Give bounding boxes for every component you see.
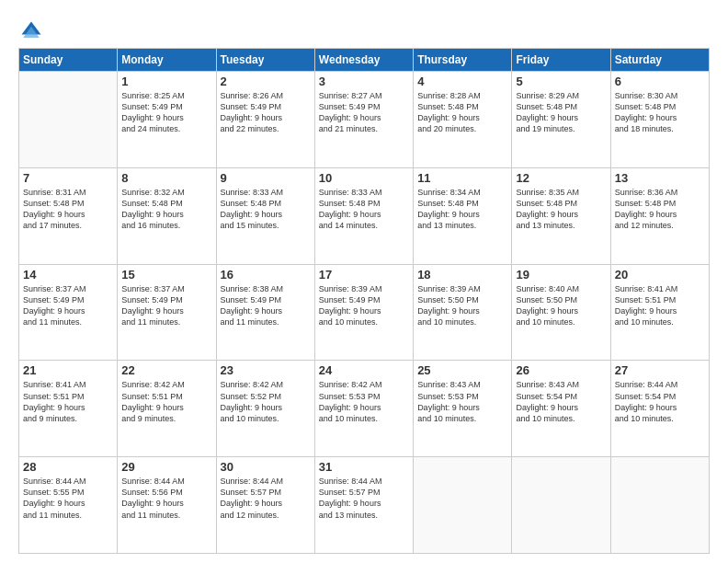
- calendar-cell: 27Sunrise: 8:44 AM Sunset: 5:54 PM Dayli…: [610, 361, 709, 457]
- day-number: 16: [221, 268, 311, 282]
- calendar-cell: 2Sunrise: 8:26 AM Sunset: 5:49 PM Daylig…: [216, 72, 314, 168]
- day-info: Sunrise: 8:43 AM Sunset: 5:54 PM Dayligh…: [516, 379, 606, 424]
- day-info: Sunrise: 8:26 AM Sunset: 5:49 PM Dayligh…: [221, 90, 311, 135]
- calendar-cell: [610, 457, 709, 554]
- day-info: Sunrise: 8:38 AM Sunset: 5:49 PM Dayligh…: [221, 283, 311, 328]
- day-info: Sunrise: 8:39 AM Sunset: 5:49 PM Dayligh…: [319, 283, 409, 328]
- day-info: Sunrise: 8:41 AM Sunset: 5:51 PM Dayligh…: [615, 283, 705, 328]
- day-info: Sunrise: 8:39 AM Sunset: 5:50 PM Dayligh…: [417, 283, 507, 328]
- calendar-cell: 7Sunrise: 8:31 AM Sunset: 5:48 PM Daylig…: [19, 167, 118, 264]
- day-number: 29: [121, 460, 211, 474]
- day-number: 27: [615, 363, 705, 377]
- day-number: 11: [417, 171, 507, 185]
- calendar-cell: 11Sunrise: 8:34 AM Sunset: 5:48 PM Dayli…: [414, 167, 512, 264]
- day-number: 3: [319, 75, 409, 88]
- day-number: 1: [121, 75, 211, 88]
- calendar-week-row: 21Sunrise: 8:41 AM Sunset: 5:51 PM Dayli…: [19, 361, 710, 457]
- day-number: 30: [221, 460, 311, 474]
- calendar-week-row: 28Sunrise: 8:44 AM Sunset: 5:55 PM Dayli…: [19, 457, 710, 554]
- calendar-day-header: Thursday: [414, 49, 512, 72]
- day-info: Sunrise: 8:35 AM Sunset: 5:48 PM Dayligh…: [516, 187, 606, 232]
- day-number: 4: [417, 75, 507, 88]
- day-info: Sunrise: 8:34 AM Sunset: 5:48 PM Dayligh…: [417, 187, 507, 232]
- calendar-cell: 12Sunrise: 8:35 AM Sunset: 5:48 PM Dayli…: [512, 167, 610, 264]
- calendar-cell: 10Sunrise: 8:33 AM Sunset: 5:48 PM Dayli…: [314, 167, 413, 264]
- day-number: 12: [516, 171, 606, 185]
- calendar-cell: 9Sunrise: 8:33 AM Sunset: 5:48 PM Daylig…: [216, 167, 314, 264]
- calendar-week-row: 14Sunrise: 8:37 AM Sunset: 5:49 PM Dayli…: [19, 264, 710, 361]
- day-info: Sunrise: 8:42 AM Sunset: 5:52 PM Dayligh…: [221, 379, 311, 424]
- day-number: 31: [319, 460, 409, 474]
- day-number: 14: [23, 268, 113, 282]
- calendar-cell: 4Sunrise: 8:28 AM Sunset: 5:48 PM Daylig…: [414, 72, 512, 168]
- day-info: Sunrise: 8:44 AM Sunset: 5:55 PM Dayligh…: [23, 476, 113, 521]
- day-info: Sunrise: 8:36 AM Sunset: 5:48 PM Dayligh…: [615, 187, 705, 232]
- calendar-day-header: Saturday: [610, 49, 709, 72]
- calendar-cell: 20Sunrise: 8:41 AM Sunset: 5:51 PM Dayli…: [610, 264, 709, 361]
- day-info: Sunrise: 8:29 AM Sunset: 5:48 PM Dayligh…: [516, 90, 606, 135]
- day-info: Sunrise: 8:33 AM Sunset: 5:48 PM Dayligh…: [319, 187, 409, 232]
- calendar-week-row: 1Sunrise: 8:25 AM Sunset: 5:49 PM Daylig…: [19, 72, 710, 168]
- calendar-cell: 1Sunrise: 8:25 AM Sunset: 5:49 PM Daylig…: [118, 72, 216, 168]
- page: SundayMondayTuesdayWednesdayThursdayFrid…: [0, 0, 728, 563]
- calendar-cell: 17Sunrise: 8:39 AM Sunset: 5:49 PM Dayli…: [314, 264, 413, 361]
- calendar-cell: 29Sunrise: 8:44 AM Sunset: 5:56 PM Dayli…: [118, 457, 216, 554]
- day-number: 23: [221, 363, 311, 377]
- day-number: 10: [319, 171, 409, 185]
- header: [18, 15, 710, 44]
- day-number: 20: [615, 268, 705, 282]
- calendar-cell: 28Sunrise: 8:44 AM Sunset: 5:55 PM Dayli…: [19, 457, 118, 554]
- day-info: Sunrise: 8:40 AM Sunset: 5:50 PM Dayligh…: [516, 283, 606, 328]
- day-number: 19: [516, 268, 606, 282]
- calendar-cell: [414, 457, 512, 554]
- calendar-cell: 26Sunrise: 8:43 AM Sunset: 5:54 PM Dayli…: [512, 361, 610, 457]
- day-info: Sunrise: 8:37 AM Sunset: 5:49 PM Dayligh…: [121, 283, 211, 328]
- day-number: 8: [121, 171, 211, 185]
- calendar-cell: 13Sunrise: 8:36 AM Sunset: 5:48 PM Dayli…: [610, 167, 709, 264]
- day-number: 28: [23, 460, 113, 474]
- day-info: Sunrise: 8:44 AM Sunset: 5:54 PM Dayligh…: [615, 379, 705, 424]
- calendar-cell: 19Sunrise: 8:40 AM Sunset: 5:50 PM Dayli…: [512, 264, 610, 361]
- day-info: Sunrise: 8:37 AM Sunset: 5:49 PM Dayligh…: [23, 283, 113, 328]
- calendar-day-header: Monday: [118, 49, 216, 72]
- calendar-cell: 16Sunrise: 8:38 AM Sunset: 5:49 PM Dayli…: [216, 264, 314, 361]
- calendar-table: SundayMondayTuesdayWednesdayThursdayFrid…: [18, 48, 710, 554]
- logo: [18, 18, 46, 44]
- calendar-cell: 5Sunrise: 8:29 AM Sunset: 5:48 PM Daylig…: [512, 72, 610, 168]
- day-number: 5: [516, 75, 606, 88]
- day-info: Sunrise: 8:44 AM Sunset: 5:57 PM Dayligh…: [221, 476, 311, 521]
- day-info: Sunrise: 8:43 AM Sunset: 5:53 PM Dayligh…: [417, 379, 507, 424]
- calendar-cell: 25Sunrise: 8:43 AM Sunset: 5:53 PM Dayli…: [414, 361, 512, 457]
- calendar-cell: 21Sunrise: 8:41 AM Sunset: 5:51 PM Dayli…: [19, 361, 118, 457]
- day-number: 17: [319, 268, 409, 282]
- calendar-day-header: Friday: [512, 49, 610, 72]
- day-number: 9: [221, 171, 311, 185]
- day-info: Sunrise: 8:42 AM Sunset: 5:51 PM Dayligh…: [121, 379, 211, 424]
- day-info: Sunrise: 8:28 AM Sunset: 5:48 PM Dayligh…: [417, 90, 507, 135]
- calendar-week-row: 7Sunrise: 8:31 AM Sunset: 5:48 PM Daylig…: [19, 167, 710, 264]
- day-info: Sunrise: 8:32 AM Sunset: 5:48 PM Dayligh…: [121, 187, 211, 232]
- day-number: 21: [23, 363, 113, 377]
- day-info: Sunrise: 8:30 AM Sunset: 5:48 PM Dayligh…: [615, 90, 705, 135]
- day-info: Sunrise: 8:27 AM Sunset: 5:49 PM Dayligh…: [319, 90, 409, 135]
- calendar-cell: [512, 457, 610, 554]
- calendar-cell: 24Sunrise: 8:42 AM Sunset: 5:53 PM Dayli…: [314, 361, 413, 457]
- day-number: 26: [516, 363, 606, 377]
- calendar-cell: 30Sunrise: 8:44 AM Sunset: 5:57 PM Dayli…: [216, 457, 314, 554]
- day-info: Sunrise: 8:44 AM Sunset: 5:57 PM Dayligh…: [319, 476, 409, 521]
- calendar-cell: [19, 72, 118, 168]
- day-info: Sunrise: 8:33 AM Sunset: 5:48 PM Dayligh…: [221, 187, 311, 232]
- day-info: Sunrise: 8:41 AM Sunset: 5:51 PM Dayligh…: [23, 379, 113, 424]
- calendar-cell: 6Sunrise: 8:30 AM Sunset: 5:48 PM Daylig…: [610, 72, 709, 168]
- day-info: Sunrise: 8:31 AM Sunset: 5:48 PM Dayligh…: [23, 187, 113, 232]
- day-number: 15: [121, 268, 211, 282]
- day-number: 18: [417, 268, 507, 282]
- day-number: 6: [615, 75, 705, 88]
- calendar-cell: 22Sunrise: 8:42 AM Sunset: 5:51 PM Dayli…: [118, 361, 216, 457]
- calendar-cell: 14Sunrise: 8:37 AM Sunset: 5:49 PM Dayli…: [19, 264, 118, 361]
- day-number: 2: [221, 75, 311, 88]
- calendar-day-header: Wednesday: [314, 49, 413, 72]
- calendar-day-header: Tuesday: [216, 49, 314, 72]
- calendar-header-row: SundayMondayTuesdayWednesdayThursdayFrid…: [19, 49, 710, 72]
- calendar-cell: 3Sunrise: 8:27 AM Sunset: 5:49 PM Daylig…: [314, 72, 413, 168]
